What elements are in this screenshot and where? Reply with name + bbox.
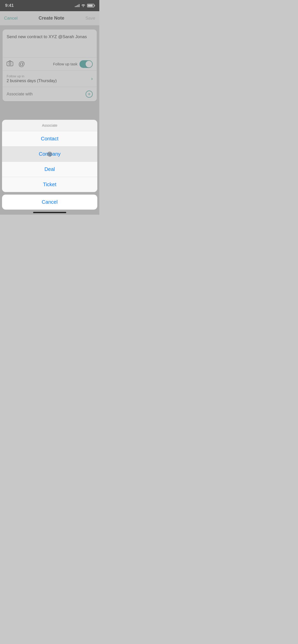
associate-ticket-button[interactable]: Ticket	[2, 177, 97, 192]
associate-deal-button[interactable]: Deal	[2, 162, 97, 177]
action-sheet-main: Associate Contact Company Deal Ticket	[2, 120, 97, 192]
associate-company-button[interactable]: Company	[2, 147, 97, 162]
associate-contact-button[interactable]: Contact	[2, 131, 97, 147]
action-sheet: Associate Contact Company Deal Ticket Ca…	[0, 120, 99, 215]
press-indicator	[47, 152, 52, 157]
action-sheet-title: Associate	[2, 120, 97, 131]
action-sheet-cancel-button[interactable]: Cancel	[2, 195, 97, 210]
home-indicator	[33, 212, 66, 213]
